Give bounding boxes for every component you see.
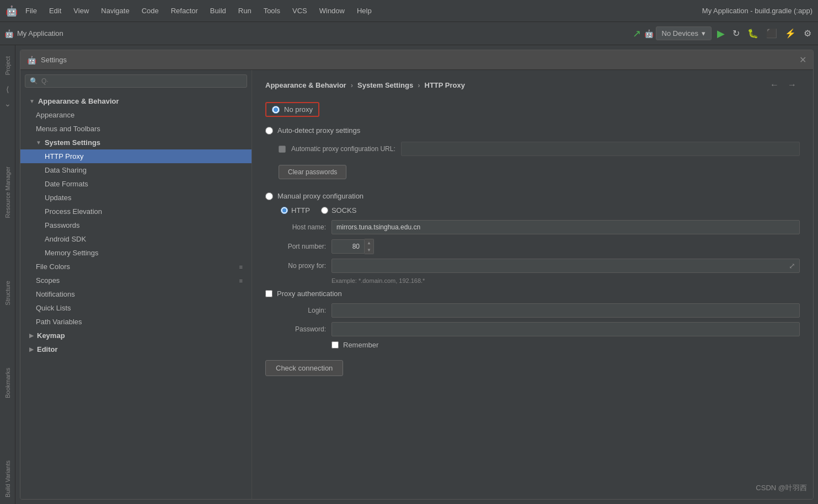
auto-detect-option[interactable]: Auto-detect proxy settings bbox=[265, 124, 800, 137]
expand-icon[interactable]: ⌄ bbox=[2, 97, 13, 110]
sdk-manager-button[interactable]: ⚙ bbox=[801, 26, 814, 41]
tree-label: Process Elevation bbox=[45, 207, 102, 216]
no-proxy-expand-button[interactable]: ⤢ bbox=[785, 260, 799, 271]
debug-button[interactable]: 🐛 bbox=[745, 26, 761, 41]
host-name-input[interactable] bbox=[332, 220, 800, 234]
proxy-auth-checkbox[interactable] bbox=[265, 290, 272, 297]
tree-label: System Settings bbox=[45, 138, 100, 147]
expand-arrow-icon: ▼ bbox=[29, 98, 35, 104]
no-proxy-for-input[interactable] bbox=[332, 259, 800, 273]
breadcrumb-back-button[interactable]: ← bbox=[767, 79, 782, 91]
tree-item-quick-lists[interactable]: Quick Lists bbox=[20, 301, 252, 315]
clear-passwords-button[interactable]: Clear passwords bbox=[279, 165, 346, 179]
tree-panel: 🔍 ▼ Appearance & Behavior Appearance Men… bbox=[20, 70, 252, 499]
remember-row: Remember bbox=[332, 341, 800, 349]
port-spinner: ▲ ▼ bbox=[365, 239, 374, 254]
tree-item-appearance-behavior[interactable]: ▼ Appearance & Behavior bbox=[20, 94, 252, 108]
host-name-field: Host name: bbox=[265, 220, 800, 234]
breadcrumb-forward-button[interactable]: → bbox=[784, 79, 800, 91]
manual-proxy-option[interactable]: Manual proxy configuration bbox=[265, 189, 800, 203]
menu-edit[interactable]: Edit bbox=[47, 4, 63, 17]
sync-button[interactable]: ⚡ bbox=[783, 26, 798, 41]
search-input[interactable] bbox=[41, 77, 242, 85]
menu-refactor[interactable]: Refactor bbox=[169, 4, 200, 17]
sidebar-item-project[interactable]: Project bbox=[2, 50, 13, 82]
settings-android-icon: 🤖 bbox=[27, 56, 36, 65]
auto-url-input[interactable] bbox=[401, 142, 800, 156]
tree-item-android-sdk[interactable]: Android SDK bbox=[20, 232, 252, 246]
menu-build[interactable]: Build bbox=[208, 4, 228, 17]
remember-checkbox[interactable] bbox=[332, 341, 339, 348]
app-title: My Application - build.gradle (:app) bbox=[702, 7, 812, 15]
http-radio[interactable] bbox=[281, 207, 288, 214]
tree-item-system-settings[interactable]: ▼ System Settings bbox=[20, 136, 252, 149]
sidebar-item-bookmarks[interactable]: Bookmarks bbox=[2, 361, 13, 405]
tree-item-appearance[interactable]: Appearance bbox=[20, 108, 252, 122]
no-proxy-option[interactable]: No proxy bbox=[265, 102, 319, 117]
menu-view[interactable]: View bbox=[71, 4, 91, 17]
proxy-auth-option[interactable]: Proxy authentication bbox=[265, 289, 800, 298]
keymap-arrow-icon: ▶ bbox=[29, 333, 34, 339]
socks-option[interactable]: SOCKS bbox=[321, 206, 357, 215]
project-name: My Application bbox=[17, 29, 63, 37]
port-increment-button[interactable]: ▲ bbox=[365, 239, 373, 246]
sidebar-item-build-variants[interactable]: Build Variants bbox=[2, 454, 13, 504]
breadcrumb-nav: ← → bbox=[767, 79, 800, 91]
breadcrumb-part3: HTTP Proxy bbox=[425, 81, 465, 89]
no-proxy-for-label: No proxy for: bbox=[265, 262, 326, 270]
tree-item-updates[interactable]: Updates bbox=[20, 191, 252, 205]
login-input[interactable] bbox=[332, 303, 800, 318]
tree-item-scopes[interactable]: Scopes ≡ bbox=[20, 274, 252, 287]
device-selector[interactable]: No Devices ▾ bbox=[656, 26, 712, 40]
sidebar-item-structure[interactable]: Structure bbox=[2, 274, 13, 312]
port-input[interactable] bbox=[332, 239, 365, 254]
port-decrement-button[interactable]: ▼ bbox=[365, 246, 373, 254]
menu-code[interactable]: Code bbox=[140, 4, 161, 17]
tree-item-passwords[interactable]: Passwords bbox=[20, 218, 252, 232]
sidebar-item-resource-manager[interactable]: Resource Manager bbox=[2, 160, 13, 225]
menu-navigate[interactable]: Navigate bbox=[99, 4, 131, 17]
run-button[interactable]: ▶ bbox=[715, 25, 727, 42]
auto-url-checkbox[interactable] bbox=[279, 146, 286, 153]
menu-run[interactable]: Run bbox=[236, 4, 254, 17]
menu-help[interactable]: Help bbox=[355, 4, 374, 17]
password-input[interactable] bbox=[332, 322, 800, 336]
tree-item-file-colors[interactable]: File Colors ≡ bbox=[20, 260, 252, 274]
http-option[interactable]: HTTP bbox=[281, 206, 310, 215]
tree-item-editor[interactable]: ▶ Editor bbox=[20, 342, 252, 356]
menu-tools[interactable]: Tools bbox=[261, 4, 282, 17]
no-proxy-radio[interactable] bbox=[272, 106, 280, 114]
manual-proxy-radio[interactable] bbox=[265, 192, 273, 200]
tree-item-date-formats[interactable]: Date Formats bbox=[20, 177, 252, 191]
stop-button[interactable]: ⬛ bbox=[764, 26, 779, 41]
tree-item-menus-toolbars[interactable]: Menus and Toolbars bbox=[20, 122, 252, 136]
tree-item-memory-settings[interactable]: Memory Settings bbox=[20, 246, 252, 260]
green-arrow-icon[interactable]: ↗ bbox=[633, 28, 641, 40]
tree-item-data-sharing[interactable]: Data Sharing bbox=[20, 163, 252, 177]
collapse-icon[interactable]: ⟨ bbox=[4, 83, 11, 96]
tree-item-keymap[interactable]: ▶ Keymap bbox=[20, 329, 252, 342]
no-proxy-group: No proxy bbox=[265, 102, 800, 117]
auto-url-label: Automatic proxy configuration URL: bbox=[291, 145, 395, 153]
check-connection-button[interactable]: Check connection bbox=[265, 360, 343, 376]
http-label: HTTP bbox=[291, 206, 310, 215]
socks-radio[interactable] bbox=[321, 207, 328, 214]
tree-label: Updates bbox=[45, 194, 71, 202]
tree-label: HTTP Proxy bbox=[45, 152, 84, 160]
tree-item-process-elevation[interactable]: Process Elevation bbox=[20, 205, 252, 218]
tree-item-http-proxy[interactable]: HTTP Proxy bbox=[20, 149, 252, 163]
tree-label: Android SDK bbox=[45, 235, 86, 243]
menu-vcs[interactable]: VCS bbox=[290, 4, 309, 17]
tree-item-path-variables[interactable]: Path Variables bbox=[20, 315, 252, 329]
remember-option[interactable]: Remember bbox=[332, 341, 800, 349]
menu-window[interactable]: Window bbox=[317, 4, 347, 17]
refresh-button[interactable]: ↻ bbox=[730, 26, 742, 41]
main-layout: Project ⟨ ⌄ Resource Manager Structure B… bbox=[0, 45, 818, 504]
auto-detect-radio[interactable] bbox=[265, 127, 273, 135]
menu-bar: File Edit View Navigate Code Refactor Bu… bbox=[23, 4, 374, 17]
dialog-close-button[interactable]: ✕ bbox=[799, 55, 806, 65]
menu-file[interactable]: File bbox=[23, 4, 39, 17]
search-box[interactable]: 🔍 bbox=[25, 74, 247, 88]
tree-item-notifications[interactable]: Notifications bbox=[20, 287, 252, 301]
tree-label: Menus and Toolbars bbox=[36, 125, 100, 133]
